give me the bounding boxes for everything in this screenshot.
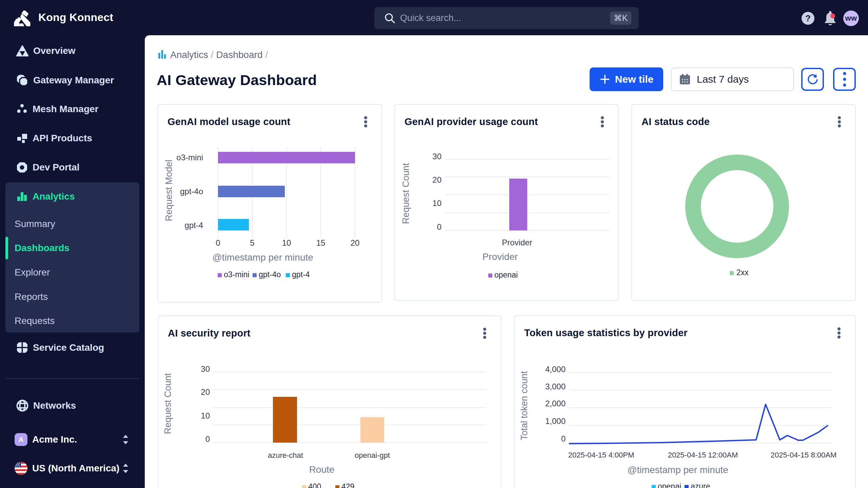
svg-text:gpt-4: gpt-4 — [184, 221, 203, 230]
svg-text:gpt-4: gpt-4 — [292, 270, 310, 279]
svg-text:openai: openai — [658, 482, 681, 488]
svg-text:30: 30 — [201, 364, 210, 373]
svg-text:400: 400 — [308, 482, 321, 488]
svg-text:openai-gpt: openai-gpt — [355, 451, 390, 460]
svg-text:20: 20 — [432, 175, 441, 184]
svg-text:Provider: Provider — [502, 238, 532, 247]
svg-text:0: 0 — [205, 434, 210, 444]
svg-text:Request Count: Request Count — [163, 373, 173, 434]
svg-text:429: 429 — [341, 482, 354, 488]
svg-text:Request Model: Request Model — [164, 160, 174, 221]
svg-text:gpt-4o: gpt-4o — [180, 187, 203, 196]
svg-text:Route: Route — [309, 464, 335, 475]
svg-text:@timestamp per minute: @timestamp per minute — [627, 465, 728, 475]
svg-text:Request Count: Request Count — [401, 163, 411, 224]
svg-text:2xx: 2xx — [736, 268, 749, 277]
svg-text:2,000: 2,000 — [545, 399, 566, 408]
svg-text:azure: azure — [691, 482, 710, 488]
svg-text:0: 0 — [437, 222, 441, 231]
svg-text:15: 15 — [316, 238, 326, 247]
svg-text:30: 30 — [432, 152, 441, 161]
svg-text:20: 20 — [201, 387, 210, 396]
svg-text:10: 10 — [282, 238, 291, 247]
svg-text:10: 10 — [432, 199, 441, 208]
svg-text:3,000: 3,000 — [545, 382, 566, 391]
svg-text:azure-chat: azure-chat — [268, 451, 303, 460]
svg-text:1,000: 1,000 — [545, 416, 566, 426]
svg-text:gpt-4o: gpt-4o — [259, 270, 281, 279]
svg-text:0: 0 — [216, 238, 220, 247]
svg-text:Provider: Provider — [482, 251, 518, 262]
svg-text:20: 20 — [351, 238, 360, 247]
svg-text:@timestamp per minute: @timestamp per minute — [212, 252, 313, 263]
svg-text:2025-04-15 12:00AM: 2025-04-15 12:00AM — [668, 451, 738, 459]
svg-text:openai: openai — [494, 270, 518, 279]
svg-text:o3-mini: o3-mini — [176, 153, 203, 162]
svg-text:5: 5 — [250, 238, 254, 247]
svg-text:Total token count: Total token count — [519, 371, 529, 440]
svg-text:2025-04-15 4:00PM: 2025-04-15 4:00PM — [568, 451, 634, 459]
svg-text:4,000: 4,000 — [545, 365, 566, 374]
svg-text:10: 10 — [201, 411, 210, 420]
svg-text:2025-04-15 8:00AM: 2025-04-15 8:00AM — [771, 451, 836, 459]
svg-text:0: 0 — [561, 434, 566, 443]
svg-text:o3-mini: o3-mini — [224, 270, 249, 279]
